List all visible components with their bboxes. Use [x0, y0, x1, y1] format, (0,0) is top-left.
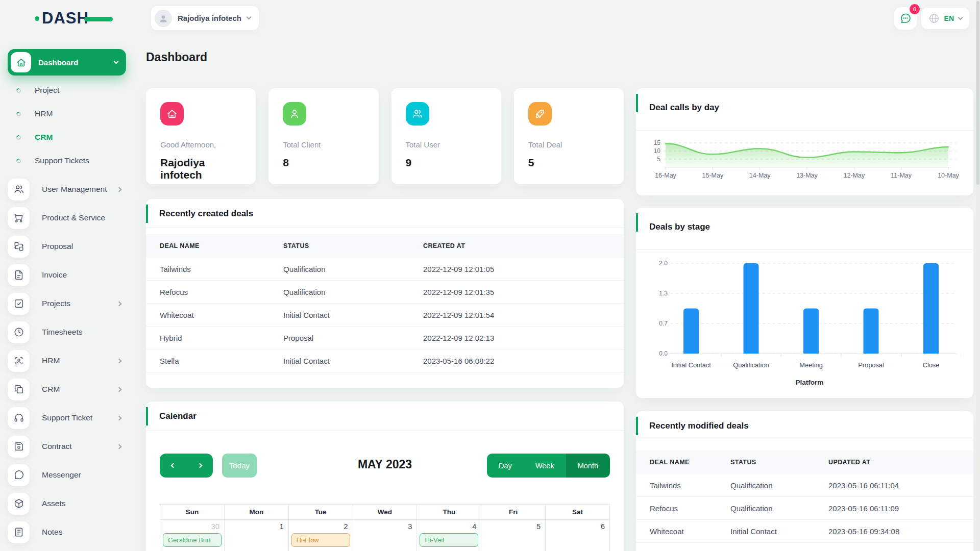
- today-button[interactable]: Today: [222, 454, 257, 478]
- calendar-view-day[interactable]: Day: [487, 454, 524, 478]
- logo-dot-icon: [35, 16, 39, 21]
- sidebar-subitem-support-tickets[interactable]: Support Tickets: [8, 149, 126, 172]
- bullet-ring-icon: [15, 111, 22, 117]
- workspace-selector[interactable]: Rajodiya infotech: [151, 6, 259, 30]
- floppy-icon: [8, 436, 30, 458]
- chat-bubble-icon: [899, 12, 912, 24]
- calendar-day-cell[interactable]: 1: [225, 520, 289, 551]
- stat-label: Good Afternoon,: [160, 140, 241, 149]
- card-title: Recently modified deals: [649, 421, 749, 431]
- messages-button[interactable]: 0: [894, 7, 917, 30]
- calendar-day-cell[interactable]: 2Hi-Flow: [289, 520, 353, 551]
- calendar-view-month[interactable]: Month: [566, 454, 610, 478]
- chevron-down-icon: [247, 15, 252, 20]
- table-body: TailwindsQualification2022-12-09 12:01:0…: [146, 258, 624, 372]
- table-cell: Qualification: [730, 481, 828, 490]
- bullet-ring-icon: [15, 87, 22, 94]
- sidebar-subitem-crm[interactable]: CRM: [8, 126, 126, 149]
- sidebar-item-messenger[interactable]: Messenger: [8, 461, 126, 489]
- calendar-day-cell[interactable]: 5: [481, 520, 546, 551]
- calendar-card: Calendar Today MAY 2023 DayWeekMonth Sun…: [146, 402, 624, 551]
- main-left-column: Good Afternoon,Rajodiya infotechTotal Cl…: [146, 88, 624, 551]
- sidebar-item-crm[interactable]: CRM: [8, 375, 126, 404]
- sidebar-item-support-ticket[interactable]: Support Ticket: [8, 404, 126, 432]
- svg-text:10-May: 10-May: [938, 172, 959, 179]
- calendar-weekday-header: Sat: [546, 505, 610, 520]
- svg-text:2.0: 2.0: [659, 260, 668, 267]
- messages-badge: 0: [910, 4, 920, 14]
- recently-modified-deals-table: DEAL NAMESTATUSUPDATED ATTailwindsQualif…: [636, 450, 973, 551]
- users-icon: [406, 102, 429, 126]
- calendar-day-number: 5: [481, 520, 545, 532]
- chevron-right-icon: [117, 444, 122, 449]
- table-cell: 2023-05-16 09:34:08: [828, 527, 899, 536]
- sidebar-item-product-service[interactable]: Product & Service: [8, 204, 126, 232]
- svg-text:16-May: 16-May: [655, 172, 676, 179]
- card-header: Calendar: [146, 402, 624, 431]
- sidebar-item-label: Projects: [42, 299, 70, 308]
- sidebar-item-invoice[interactable]: Invoice: [8, 261, 126, 289]
- sidebar-item-label: User Management: [42, 185, 107, 194]
- calendar-day-cell[interactable]: 6: [546, 520, 610, 551]
- stat-card-total-client: Total Client8: [268, 88, 378, 184]
- sidebar-subitem-label: CRM: [35, 133, 53, 142]
- table-cell: Hybrid: [160, 334, 283, 342]
- calendar-event[interactable]: Geraldine Burt: [163, 533, 222, 547]
- stat-label: Total Deal: [528, 140, 609, 149]
- sidebar-subitem-hrm[interactable]: HRM: [8, 102, 126, 126]
- chevron-down-icon: [958, 15, 963, 20]
- recently-created-deals-table: DEAL NAMESTATUSCREATED ATTailwindsQualif…: [146, 234, 624, 372]
- sidebar-menu: User ManagementProduct & ServiceProposal…: [8, 175, 126, 546]
- svg-text:0.7: 0.7: [659, 320, 668, 327]
- card-title: Deal calls by day: [649, 103, 719, 112]
- language-selector[interactable]: EN: [921, 8, 969, 29]
- calendar-day-cell[interactable]: 4Hi-Veil: [417, 520, 481, 551]
- calendar-view-week[interactable]: Week: [524, 454, 566, 478]
- stat-value: 5: [528, 157, 609, 169]
- page-scrollbar[interactable]: [976, 0, 980, 551]
- sidebar-item-assets[interactable]: Assets: [8, 489, 126, 518]
- calendar-nav-buttons[interactable]: [160, 454, 213, 478]
- deals-by-stage-card: Deals by stage 2.01.30.70.0Initial Conta…: [636, 208, 973, 398]
- chevron-left-icon[interactable]: [170, 463, 176, 468]
- table-cell: 2023-05-16 06:11:09: [828, 504, 899, 513]
- calendar-event[interactable]: Hi-Flow: [291, 533, 350, 547]
- calendar-day-number: 4: [417, 520, 481, 532]
- table-row: RefocusQualification2023-05-16 06:11:09: [636, 497, 973, 520]
- card-title: Calendar: [159, 411, 197, 421]
- sidebar-item-notes[interactable]: Notes: [8, 518, 126, 546]
- chevron-right-icon[interactable]: [197, 463, 202, 468]
- sidebar-subitem-label: Project: [35, 86, 59, 95]
- sidebar-item-timesheets[interactable]: Timesheets: [8, 318, 126, 346]
- table-cell: 2022-12-09 12:02:13: [423, 334, 494, 342]
- calendar-view-switcher: DayWeekMonth: [487, 454, 610, 478]
- scrollbar-thumb[interactable]: [976, 1, 979, 185]
- table-cell: Refocus: [160, 288, 283, 296]
- svg-text:1.3: 1.3: [659, 290, 668, 297]
- svg-text:Qualification: Qualification: [733, 361, 769, 369]
- stat-card-good-afternoon: Good Afternoon,Rajodiya infotech: [146, 88, 256, 184]
- chevron-down-icon: [114, 59, 119, 64]
- sidebar-item-dashboard[interactable]: Dashboard: [8, 49, 126, 76]
- table-cell: 2022-12-09 12:01:35: [423, 288, 494, 296]
- logo-text: DASH: [42, 9, 89, 28]
- sidebar-item-projects[interactable]: Projects: [8, 289, 126, 318]
- sidebar-item-hrm[interactable]: HRM: [8, 346, 126, 375]
- calendar-event[interactable]: Hi-Veil: [420, 533, 478, 547]
- table-row: WhitecoatInitial Contact2023-05-16 09:34…: [636, 520, 973, 543]
- calendar-day-cell[interactable]: 3: [353, 520, 418, 551]
- sidebar-item-label: Support Ticket: [42, 413, 92, 422]
- deal-calls-by-day-card: Deal calls by day 1510516-May15-May14-Ma…: [636, 88, 973, 195]
- calendar-day-cell[interactable]: 30Geraldine Burt: [160, 520, 225, 551]
- bullet-ring-icon: [15, 158, 22, 164]
- sidebar-subitem-project[interactable]: Project: [8, 79, 126, 102]
- sidebar-item-label: Timesheets: [42, 328, 83, 337]
- svg-text:13-May: 13-May: [796, 172, 818, 179]
- chevron-right-icon: [117, 387, 122, 392]
- workspace-avatar: [155, 10, 172, 27]
- sidebar-item-label: CRM: [42, 385, 60, 394]
- sidebar-item-contract[interactable]: Contract: [8, 432, 126, 461]
- sidebar-item-user-management[interactable]: User Management: [8, 175, 126, 204]
- sidebar-item-proposal[interactable]: Proposal: [8, 232, 126, 261]
- column-header: CREATED AT: [423, 242, 465, 249]
